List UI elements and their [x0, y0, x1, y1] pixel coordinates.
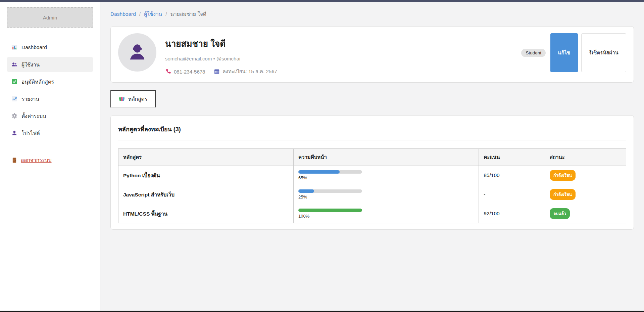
role-badge: Student — [521, 49, 546, 57]
app-logo: Admin — [7, 7, 93, 28]
sidebar-item-0[interactable]: Dashboard — [7, 40, 93, 55]
breadcrumb-item-0[interactable]: Dashboard — [110, 11, 136, 17]
door-icon — [11, 157, 17, 163]
sidebar-nav: Dashboardผู้ใช้งานอนุมัติหลักสูตรรายงานต… — [7, 40, 93, 141]
course-name-cell: HTML/CSS พื้นฐาน — [118, 204, 294, 223]
app-logo-label: Admin — [43, 15, 57, 20]
edit-button[interactable]: แก้ไข — [550, 33, 578, 72]
profile-name: นายสมชาย ใจดี — [165, 37, 512, 50]
gear-icon — [11, 113, 17, 119]
users-icon — [11, 61, 17, 68]
progress-bar-track — [298, 170, 362, 174]
table-row: Python เบื้องต้น65%85/100กำลังเรียน — [118, 166, 626, 185]
progress-bar-track — [298, 189, 362, 193]
phone-icon — [165, 69, 171, 75]
courses-table: หลักสูตรความคืบหน้าคะแนนสถานะ Python เบื… — [118, 148, 626, 223]
profile-registered: ลงทะเบียน: 15 ธ.ค. 2567 — [214, 68, 277, 76]
sidebar-item-label: ตั้งค่าระบบ — [21, 112, 46, 120]
breadcrumb-item-2: นายสมชาย ใจดี — [170, 10, 206, 18]
logout-label: ออกจากระบบ — [21, 156, 52, 164]
calendar-icon — [214, 69, 220, 75]
sidebar-item-label: โปรไฟล์ — [21, 129, 40, 137]
course-name: JavaScript สำหรับเว็บ — [123, 192, 175, 197]
column-header: ความคืบหน้า — [293, 149, 479, 166]
progress-bar-fill — [298, 189, 314, 193]
profile-card: นายสมชาย ใจดี somchai@email.com • @somch… — [110, 26, 634, 83]
progress-label: 65% — [298, 175, 474, 180]
course-name-cell: Python เบื้องต้น — [118, 166, 294, 185]
chart-up-icon — [11, 96, 17, 102]
progress-cell: 100% — [293, 204, 479, 223]
sidebar-item-label: Dashboard — [21, 44, 47, 50]
table-header-row: หลักสูตรความคืบหน้าคะแนนสถานะ — [118, 149, 626, 166]
tab-bar: หลักสูตร — [110, 90, 634, 107]
progress-label: 100% — [298, 214, 474, 219]
bottom-accent-bar — [0, 311, 644, 312]
table-row: JavaScript สำหรับเว็บ25%-กำลังเรียน — [118, 185, 626, 204]
sidebar-item-2[interactable]: อนุมัติหลักสูตร — [7, 74, 93, 89]
column-header: สถานะ — [545, 149, 626, 166]
avatar — [118, 33, 156, 72]
breadcrumb: Dashboard/ผู้ใช้งาน/นายสมชาย ใจดี — [110, 10, 634, 18]
main-content: Dashboard/ผู้ใช้งาน/นายสมชาย ใจดี นายสมช… — [100, 2, 644, 311]
sidebar-item-1[interactable]: ผู้ใช้งาน — [7, 57, 93, 72]
sidebar-item-5[interactable]: โปรไฟล์ — [7, 125, 93, 141]
profile-email: somchai@email.com • @somchai — [165, 56, 512, 61]
progress-label: 25% — [298, 194, 474, 199]
tab-courses-label: หลักสูตร — [128, 95, 147, 103]
status-badge: กำลังเรียน — [550, 170, 576, 181]
status-badge: กำลังเรียน — [550, 189, 576, 200]
courses-title: หลักสูตรที่ลงทะเบียน (3) — [118, 124, 626, 134]
breadcrumb-separator: / — [139, 11, 141, 17]
status-badge: จบแล้ว — [550, 208, 570, 219]
sidebar-item-label: ผู้ใช้งาน — [21, 60, 40, 69]
progress-cell: 25% — [293, 185, 479, 204]
check-icon — [11, 79, 17, 85]
sidebar: Admin Dashboardผู้ใช้งานอนุมัติหลักสูตรร… — [0, 2, 100, 311]
column-header: คะแนน — [479, 149, 545, 166]
profile-registered-value: ลงทะเบียน: 15 ธ.ค. 2567 — [222, 68, 277, 76]
courses-card: หลักสูตรที่ลงทะเบียน (3) หลักสูตรความคืบ… — [110, 115, 634, 230]
sidebar-item-4[interactable]: ตั้งค่าระบบ — [7, 108, 93, 124]
tab-courses[interactable]: หลักสูตร — [110, 90, 156, 107]
profile-phone: 081-234-5678 — [165, 69, 205, 75]
books-icon — [119, 96, 125, 102]
profile-meta: 081-234-5678 ลงทะเบียน: 15 ธ.ค. 2567 — [165, 68, 512, 76]
sidebar-divider — [7, 147, 93, 147]
status-cell: จบแล้ว — [545, 204, 626, 223]
bar-chart-icon — [11, 44, 17, 50]
progress-bar-track — [298, 209, 362, 212]
column-header: หลักสูตร — [118, 149, 294, 166]
progress-bar-fill — [298, 209, 362, 212]
status-cell: กำลังเรียน — [545, 166, 626, 185]
table-row: HTML/CSS พื้นฐาน100%92/100จบแล้ว — [118, 204, 626, 223]
profile-actions: Student แก้ไข รีเซ็ตรหัสผ่าน — [521, 33, 626, 72]
course-name: Python เบื้องต้น — [123, 173, 160, 178]
courses-title-divider — [118, 140, 626, 140]
profile-phone-value: 081-234-5678 — [174, 69, 205, 75]
reset-password-button[interactable]: รีเซ็ตรหัสผ่าน — [581, 33, 626, 72]
progress-cell: 65% — [293, 166, 479, 185]
course-name: HTML/CSS พื้นฐาน — [123, 211, 167, 217]
profile-info: นายสมชาย ใจดี somchai@email.com • @somch… — [165, 33, 512, 76]
sidebar-item-label: รายงาน — [21, 95, 39, 103]
score-cell: 85/100 — [479, 166, 545, 185]
breadcrumb-item-1[interactable]: ผู้ใช้งาน — [144, 10, 162, 18]
logout-link[interactable]: ออกจากระบบ — [11, 156, 52, 164]
sidebar-item-3[interactable]: รายงาน — [7, 91, 93, 106]
course-name-cell: JavaScript สำหรับเว็บ — [118, 185, 294, 204]
status-cell: กำลังเรียน — [545, 185, 626, 204]
progress-bar-fill — [298, 170, 340, 174]
person-icon — [11, 130, 17, 136]
person-silhouette-icon — [127, 41, 148, 63]
score-cell: - — [479, 185, 545, 204]
score-cell: 92/100 — [479, 204, 545, 223]
sidebar-item-label: อนุมัติหลักสูตร — [21, 78, 54, 86]
breadcrumb-separator: / — [165, 11, 167, 17]
